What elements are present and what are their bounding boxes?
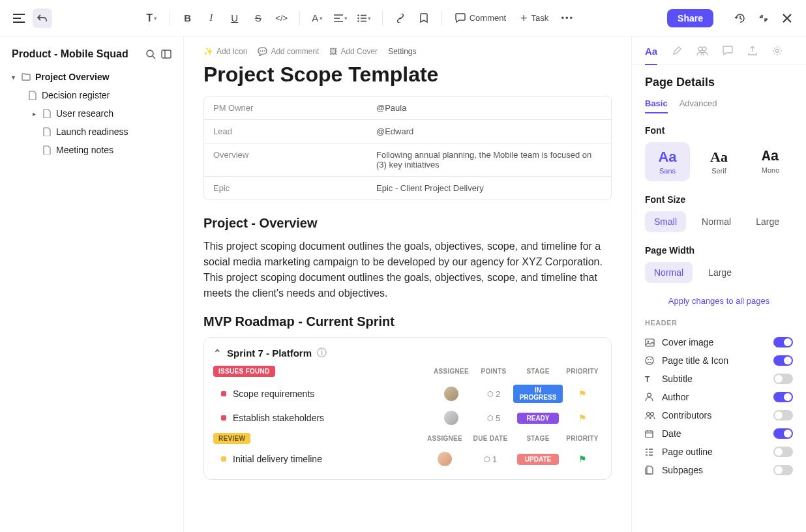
info-value[interactable]: @Edward — [367, 120, 611, 143]
page-title[interactable]: Project Scope Template — [203, 63, 612, 87]
list-button[interactable]: ▾ — [355, 8, 374, 28]
bookmark-button[interactable] — [414, 8, 434, 28]
segment-option[interactable]: Normal — [693, 211, 740, 232]
flag-icon[interactable]: ⚑ — [563, 389, 602, 399]
task-assignee[interactable] — [428, 411, 474, 425]
flag-icon[interactable]: ⚑ — [563, 413, 602, 423]
panel-tab-comment-icon[interactable] — [723, 46, 733, 65]
svg-point-2 — [358, 20, 359, 22]
close-icon[interactable] — [777, 8, 797, 28]
panel-tab-users-icon[interactable] — [696, 46, 708, 65]
sidebar-toggle-icon[interactable] — [161, 49, 172, 59]
task-name: Initial delivery timeline — [233, 454, 422, 464]
text-color-button[interactable]: A▾ — [308, 8, 327, 28]
info-value[interactable]: Following annual planning, the Mobile te… — [367, 143, 611, 176]
more-button[interactable]: ••• — [558, 8, 577, 28]
toggle-switch[interactable] — [773, 410, 793, 421]
toggle-switch[interactable] — [773, 465, 793, 475]
task-stage[interactable]: READY — [513, 413, 563, 424]
section-tag[interactable]: ISSUES FOUND — [213, 366, 275, 377]
toggle-label: Page title & Icon — [662, 355, 767, 366]
tab-basic[interactable]: Basic — [645, 98, 668, 113]
tree-item[interactable]: Decision register — [7, 86, 177, 104]
toggle-switch[interactable] — [773, 355, 793, 366]
panel-tab-edit-icon[interactable] — [672, 46, 682, 65]
strikethrough-button[interactable]: S — [248, 8, 268, 28]
task-row[interactable]: Scope requirements ⬡ 2 IN PROGRESS ⚑ — [213, 381, 602, 407]
panel-tab-export-icon[interactable] — [747, 46, 758, 65]
task-status-dot — [221, 456, 226, 462]
flag-icon[interactable]: ⚑ — [563, 454, 602, 464]
panel-tab-aa[interactable]: Aa — [645, 46, 657, 65]
info-key: Epic — [204, 177, 367, 200]
svg-point-5 — [698, 47, 702, 51]
font-option[interactable]: AaSans — [645, 142, 690, 181]
history-icon[interactable] — [730, 8, 750, 28]
collapse-icon[interactable] — [754, 8, 773, 28]
points-icon: ⬡ — [484, 455, 490, 464]
chevron-up-icon[interactable]: ⌃ — [213, 347, 222, 359]
tree-item[interactable]: Meeting notes — [7, 141, 177, 159]
info-icon[interactable]: ⓘ — [317, 347, 327, 359]
image-icon — [645, 338, 655, 347]
share-button[interactable]: Share — [667, 9, 713, 27]
apply-all-link[interactable]: Apply changes to all pages — [645, 296, 793, 306]
width-label: Page Width — [645, 245, 793, 256]
svg-point-12 — [650, 359, 651, 361]
toggle-switch[interactable] — [773, 374, 793, 384]
tab-advanced[interactable]: Advanced — [679, 98, 717, 113]
task-button[interactable]: + Task — [515, 12, 554, 24]
tree-caret-icon[interactable]: ▾ — [9, 74, 17, 81]
toggle-switch[interactable] — [773, 392, 793, 402]
folder-icon — [21, 73, 31, 81]
task-stage[interactable]: UPDATE — [513, 454, 563, 465]
segment-option[interactable]: Normal — [645, 262, 693, 283]
details-panel: Aa Page Details Basic Advanced Font AaSa… — [631, 37, 806, 532]
add-icon-action[interactable]: ✨Add Icon — [203, 47, 247, 56]
task-points: ⬡ 5 — [474, 413, 513, 423]
info-value[interactable]: Epic - Client Project Delivery — [367, 177, 611, 200]
undo-button[interactable] — [33, 8, 52, 28]
section-tag[interactable]: REVIEW — [213, 433, 250, 444]
add-comment-action[interactable]: 💬Add comment — [258, 47, 319, 56]
segment-option[interactable]: Large — [699, 262, 741, 283]
align-button[interactable]: ▾ — [331, 8, 351, 28]
text-style-button[interactable]: T▾ — [142, 8, 162, 28]
search-icon[interactable] — [145, 49, 156, 59]
tree-caret-icon[interactable]: ▸ — [30, 110, 38, 117]
tree-item[interactable]: Launch readiness — [7, 123, 177, 141]
code-button[interactable]: </> — [272, 8, 291, 28]
tree-item[interactable]: ▸User research — [7, 104, 177, 123]
segment-option[interactable]: Small — [645, 211, 686, 232]
settings-action[interactable]: Settings — [388, 47, 416, 56]
points-icon: ⬡ — [487, 390, 494, 398]
toggle-row: T Subtitle — [645, 370, 793, 388]
task-row[interactable]: Establish stakeholders ⬡ 5 READY ⚑ — [213, 407, 602, 429]
task-assignee[interactable] — [428, 387, 474, 401]
underline-button[interactable]: U — [225, 8, 245, 28]
font-option[interactable]: AaMono — [748, 142, 793, 181]
panel-tab-gear-icon[interactable] — [772, 46, 783, 65]
toggle-switch[interactable] — [773, 428, 793, 439]
hamburger-icon[interactable] — [9, 8, 29, 28]
tree-label: Project Overview — [35, 72, 110, 82]
toggle-switch[interactable] — [773, 447, 793, 457]
info-value[interactable]: @Paula — [367, 96, 611, 119]
add-cover-action[interactable]: 🖼Add Cover — [329, 47, 378, 56]
toggle-switch[interactable] — [773, 337, 793, 347]
segment-option[interactable]: Large — [747, 211, 788, 232]
comment-button[interactable]: Comment — [450, 13, 511, 23]
overview-paragraph[interactable]: This project scoping document outlines t… — [203, 239, 612, 301]
smile-icon — [645, 356, 655, 365]
bold-button[interactable]: B — [178, 8, 198, 28]
task-stage[interactable]: IN PROGRESS — [513, 385, 563, 403]
toggle-label: Author — [662, 392, 767, 402]
task-row[interactable]: Initial delivery timeline ⬡ 1 UPDATE ⚑ — [213, 448, 602, 470]
main-content: ✨Add Icon 💬Add comment 🖼Add Cover Settin… — [184, 37, 631, 532]
italic-button[interactable]: I — [202, 8, 221, 28]
link-button[interactable] — [391, 8, 410, 28]
font-option[interactable]: AaSerif — [696, 142, 741, 181]
tree-item[interactable]: ▾Project Overview — [7, 68, 177, 86]
col-header: PRIORITY — [563, 368, 602, 375]
task-assignee[interactable] — [422, 452, 468, 466]
